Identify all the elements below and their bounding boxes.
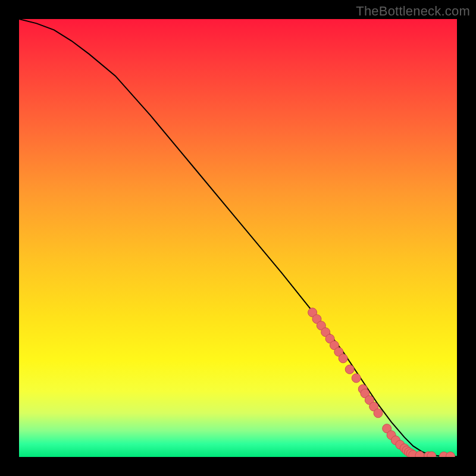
- chart-frame: TheBottleneck.com: [0, 0, 476, 476]
- data-marker: [345, 365, 354, 374]
- data-markers: [308, 308, 455, 457]
- plot-area: [19, 19, 457, 457]
- chart-svg: [19, 19, 457, 457]
- watermark-text: TheBottleneck.com: [356, 4, 470, 19]
- bottleneck-curve: [19, 19, 457, 456]
- data-marker: [352, 374, 361, 383]
- data-marker: [446, 452, 455, 457]
- data-marker: [339, 354, 347, 363]
- data-marker: [374, 409, 383, 418]
